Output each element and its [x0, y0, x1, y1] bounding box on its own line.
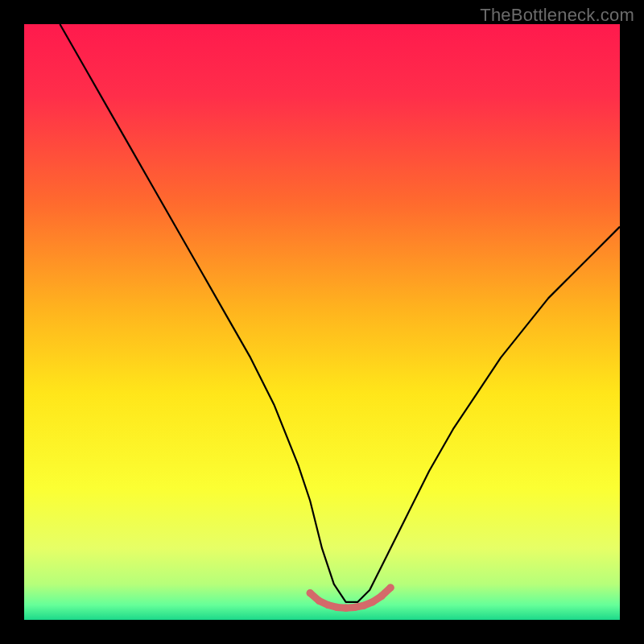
valley-dot [307, 589, 314, 597]
watermark-text: TheBottleneck.com [480, 5, 634, 26]
valley-dot [333, 604, 341, 611]
chart-svg [24, 24, 620, 620]
valley-dot [351, 604, 358, 611]
valley-dot [387, 584, 394, 591]
gradient-background [24, 24, 620, 620]
chart-frame: TheBottleneck.com [0, 0, 644, 644]
valley-dot [324, 601, 332, 609]
valley-dot [360, 602, 367, 609]
valley-dot [378, 592, 385, 600]
valley-dot [316, 597, 323, 605]
valley-dot [342, 605, 349, 612]
plot-area [24, 24, 620, 620]
valley-dot [369, 598, 376, 605]
